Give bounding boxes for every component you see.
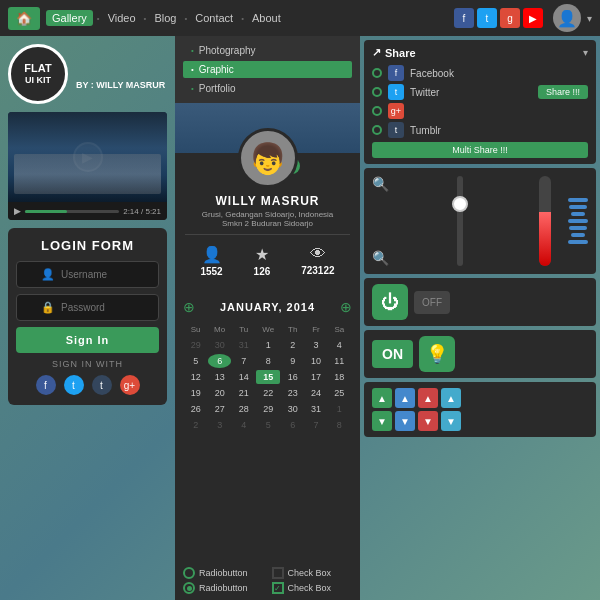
arrow-down-teal[interactable]: ▼: [441, 411, 461, 431]
cal-day[interactable]: 24: [305, 386, 326, 400]
slider-thumb[interactable]: [452, 196, 468, 212]
cal-day[interactable]: 25: [329, 386, 350, 400]
arrow-down-red[interactable]: ▼: [418, 411, 438, 431]
cal-day[interactable]: 18: [329, 370, 350, 384]
share-now-button[interactable]: Share !!!: [538, 85, 588, 99]
cal-day[interactable]: 9: [282, 354, 303, 368]
toggle-switches-panel: ⏻ OFF: [364, 278, 596, 326]
cal-day[interactable]: 21: [233, 386, 254, 400]
cal-day[interactable]: 14: [233, 370, 254, 384]
nav-item-gallery[interactable]: Gallery: [46, 10, 93, 26]
cal-day[interactable]: 10: [305, 354, 326, 368]
video-progress-bar[interactable]: [25, 210, 119, 213]
cal-day[interactable]: 28: [233, 402, 254, 416]
cal-day[interactable]: 29: [185, 338, 206, 352]
cal-day[interactable]: 1: [256, 338, 280, 352]
arrow-down-blue[interactable]: ▼: [395, 411, 415, 431]
cal-day[interactable]: 16: [282, 370, 303, 384]
cal-day[interactable]: 6: [282, 418, 303, 432]
share-tumblr[interactable]: t Tumblr: [372, 122, 588, 138]
checkbox-1[interactable]: Check Box: [272, 567, 353, 579]
cal-day[interactable]: 30: [282, 402, 303, 416]
youtube-nav-icon[interactable]: ▶: [523, 8, 543, 28]
cal-day[interactable]: 23: [282, 386, 303, 400]
cal-day[interactable]: 19: [185, 386, 206, 400]
arrow-down-green[interactable]: ▼: [372, 411, 392, 431]
nav-item-blog[interactable]: Blog: [150, 10, 180, 26]
cal-day[interactable]: 3: [208, 418, 231, 432]
cal-day[interactable]: 2: [185, 418, 206, 432]
zoom-in-icon[interactable]: 🔍: [372, 176, 389, 192]
cal-day[interactable]: 4: [329, 338, 350, 352]
password-input[interactable]: [61, 302, 150, 313]
video-play-small-icon[interactable]: ▶: [14, 206, 21, 216]
gallery-nav-photography[interactable]: • Photography: [183, 42, 352, 59]
cal-day[interactable]: 29: [256, 402, 280, 416]
facebook-login-icon[interactable]: f: [36, 375, 56, 395]
arrow-up-teal[interactable]: ▲: [441, 388, 461, 408]
multi-share-button[interactable]: Multi Share !!!: [372, 142, 588, 158]
cal-day-highlight[interactable]: 6: [208, 354, 231, 368]
vertical-slider-track[interactable]: [457, 176, 463, 266]
cal-day[interactable]: 8: [329, 418, 350, 432]
radiobutton-2[interactable]: Radiobutton: [183, 582, 264, 594]
power-button[interactable]: ⏻: [372, 284, 408, 320]
share-facebook[interactable]: f Facebook: [372, 65, 588, 81]
checkbox-2[interactable]: ✓ Check Box: [272, 582, 353, 594]
zoom-out-icon[interactable]: 🔍: [372, 250, 389, 266]
share-twitter[interactable]: t Twitter Share !!!: [372, 84, 588, 100]
arrow-up-green[interactable]: ▲: [372, 388, 392, 408]
toggle-on-label[interactable]: ON: [372, 340, 413, 368]
nav-item-contact[interactable]: Contact: [191, 10, 237, 26]
blue-bar-2: [569, 205, 587, 209]
avatar-dropdown-arrow[interactable]: ▾: [587, 13, 592, 24]
cal-day[interactable]: 31: [233, 338, 254, 352]
twitter-login-icon[interactable]: t: [64, 375, 84, 395]
nav-item-video[interactable]: Video: [104, 10, 140, 26]
cal-day[interactable]: 31: [305, 402, 326, 416]
cal-day[interactable]: 20: [208, 386, 231, 400]
share-googleplus[interactable]: g+: [372, 103, 588, 119]
arrow-up-red[interactable]: ▲: [418, 388, 438, 408]
cal-day[interactable]: 4: [233, 418, 254, 432]
username-input[interactable]: [61, 269, 150, 280]
googleplus-login-icon[interactable]: g+: [120, 375, 140, 395]
signin-button[interactable]: Sign In: [16, 327, 159, 353]
cal-day[interactable]: 13: [208, 370, 231, 384]
cal-day[interactable]: 1: [329, 402, 350, 416]
radiobutton-1[interactable]: Radiobutton: [183, 567, 264, 579]
cal-day[interactable]: 5: [256, 418, 280, 432]
cal-day[interactable]: 7: [233, 354, 254, 368]
toggle-off-button[interactable]: OFF: [414, 291, 450, 314]
blue-bar-4: [568, 219, 588, 223]
cal-day[interactable]: 22: [256, 386, 280, 400]
cal-day[interactable]: 11: [329, 354, 350, 368]
cal-day[interactable]: 26: [185, 402, 206, 416]
calendar-prev-button[interactable]: ⊕: [183, 299, 195, 315]
cal-day[interactable]: 30: [208, 338, 231, 352]
cal-day[interactable]: 12: [185, 370, 206, 384]
followers-stat: 👤 1552: [200, 245, 222, 277]
twitter-nav-icon[interactable]: t: [477, 8, 497, 28]
home-nav-button[interactable]: 🏠: [8, 7, 40, 30]
blue-bars-indicator: [568, 176, 588, 266]
bulb-icon[interactable]: 💡: [419, 336, 455, 372]
googleplus-nav-icon[interactable]: g: [500, 8, 520, 28]
cal-day[interactable]: 8: [256, 354, 280, 368]
cal-day[interactable]: 7: [305, 418, 326, 432]
cal-day[interactable]: 27: [208, 402, 231, 416]
gallery-nav-graphic[interactable]: • Graphic: [183, 61, 352, 78]
tumblr-login-icon[interactable]: t: [92, 375, 112, 395]
calendar-next-button[interactable]: ⊕: [340, 299, 352, 315]
gallery-nav-portfolio[interactable]: • Portfolio: [183, 80, 352, 97]
facebook-nav-icon[interactable]: f: [454, 8, 474, 28]
cal-day-today[interactable]: 15: [256, 370, 280, 384]
nav-item-about[interactable]: About: [248, 10, 285, 26]
cal-day[interactable]: 3: [305, 338, 326, 352]
user-avatar[interactable]: 👤: [553, 4, 581, 32]
cal-day[interactable]: 17: [305, 370, 326, 384]
cal-day[interactable]: 2: [282, 338, 303, 352]
cal-day[interactable]: 5: [185, 354, 206, 368]
share-dropdown-arrow[interactable]: ▾: [583, 47, 588, 58]
arrow-up-blue[interactable]: ▲: [395, 388, 415, 408]
